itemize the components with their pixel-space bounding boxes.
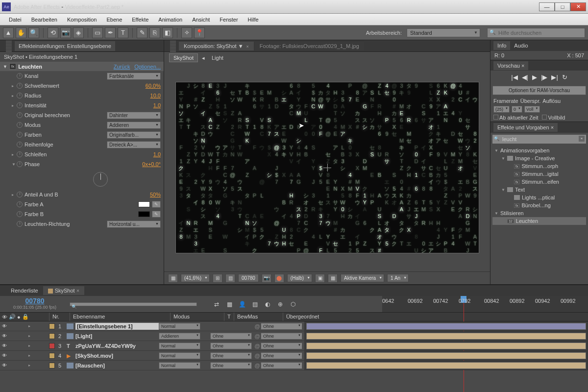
blend-mode-select[interactable]: Addieren — [159, 333, 200, 340]
stopwatch-icon[interactable] — [17, 122, 23, 128]
stopwatch-icon[interactable] — [17, 201, 23, 207]
layer-row[interactable]: 👁▸ 4 ▶ [SkyShot.mov] Normal Ohne @ Ohne — [0, 351, 588, 361]
layer-name[interactable]: [Einstellungsebene 1] — [75, 323, 159, 330]
prop-select[interactable]: Addieren — [107, 122, 161, 129]
eyedropper-icon[interactable]: ✎ — [152, 211, 161, 218]
comp-tab-active[interactable]: Komposition: SkyShot ▼× — [179, 42, 254, 50]
parent-pickwhip-icon[interactable]: @ — [254, 343, 261, 349]
track-matte-select[interactable]: Ohne — [210, 343, 252, 349]
layer-bar[interactable] — [306, 352, 586, 359]
clear-search-icon[interactable]: × — [579, 136, 585, 142]
clone-tool[interactable]: ⎘ — [149, 27, 160, 38]
stopwatch-icon[interactable] — [17, 142, 23, 147]
shy-icon[interactable]: 👤 — [237, 299, 247, 309]
layer-name[interactable]: [Rauschen] — [75, 363, 159, 368]
close-tab-icon[interactable]: × — [246, 44, 249, 49]
stopwatch-icon[interactable] — [17, 112, 23, 118]
solo-col-icon[interactable]: ● — [17, 314, 21, 320]
renderlist-tab[interactable]: Renderliste — [6, 286, 43, 295]
menu-bearbeiten[interactable]: Bearbeiten — [26, 15, 62, 24]
layer-color[interactable] — [49, 363, 55, 368]
options-link[interactable]: Optionen... — [134, 64, 161, 70]
twirl-icon[interactable]: ▸ — [28, 334, 33, 338]
fullscreen-checkbox[interactable] — [542, 115, 547, 120]
visibility-toggle[interactable]: 👁 — [2, 333, 8, 339]
reset-link[interactable]: Zurück — [114, 64, 130, 70]
video-col-icon[interactable]: 👁 — [2, 314, 7, 320]
roi-icon[interactable]: ▣ — [315, 274, 325, 283]
tree-item[interactable]: ▼Text — [492, 186, 586, 194]
prop-select[interactable]: Dahinter — [107, 112, 161, 119]
track-matte-select[interactable]: Ohne — [210, 362, 252, 369]
parent-select[interactable]: Ohne — [261, 333, 302, 340]
rotate-tool[interactable]: ⟲ — [48, 27, 58, 38]
breadcrumb-skyshot[interactable]: SkyShot — [169, 53, 198, 62]
visibility-toggle[interactable]: 👁 — [2, 323, 8, 329]
camera-tool[interactable]: 📷 — [60, 27, 71, 38]
stopwatch-icon[interactable] — [17, 132, 23, 138]
comp-tab-footage[interactable]: Footage: FullskiesOvercast0029_1_M.jpg — [255, 42, 364, 50]
parent-select[interactable]: Ohne — [261, 362, 302, 369]
layer-name[interactable]: [SkyShot.mov] — [75, 353, 159, 359]
twirl-icon[interactable]: ▸ — [28, 343, 33, 348]
zoom-tool[interactable]: 🔍 — [28, 27, 39, 38]
menu-effekte[interactable]: Effekte — [127, 15, 153, 24]
menu-ebene[interactable]: Ebene — [101, 15, 127, 24]
blend-mode-select[interactable]: Normal — [159, 352, 200, 359]
tree-item[interactable]: ▼Stilisieren — [492, 209, 586, 217]
composition-viewer[interactable]: ➤ エYNソエT F 1クKE93 イZ8 J P キT ZZ ス スタ S N… — [175, 82, 479, 253]
tree-item[interactable]: fxStimmun...eifen — [492, 178, 586, 186]
prop-value[interactable]: 50% — [150, 192, 161, 197]
tree-item[interactable]: fxBürobel...ng — [492, 201, 586, 209]
motion-blur-icon[interactable]: ◐ — [263, 299, 272, 309]
eraser-tool[interactable]: ◧ — [162, 27, 173, 38]
parent-select[interactable]: Ohne — [261, 343, 302, 349]
preview-tab[interactable]: Vorschau × — [493, 61, 528, 70]
res-select[interactable]: Voll — [524, 106, 540, 113]
ram-preview-button[interactable]: Optionen für RAM-Vorschau — [492, 86, 586, 95]
parent-pickwhip-icon[interactable]: @ — [254, 323, 261, 329]
roto-tool[interactable]: ✧ — [181, 27, 192, 38]
layer-bar[interactable] — [306, 362, 586, 369]
pen-tool[interactable]: ✒ — [105, 27, 116, 38]
tree-item[interactable]: fxStimmun...orph — [492, 162, 586, 170]
layer-bar[interactable] — [306, 343, 586, 349]
stopwatch-icon[interactable] — [17, 83, 23, 89]
menu-ansicht[interactable]: Ansicht — [187, 15, 215, 24]
track-matte-select[interactable]: Ohne — [210, 333, 252, 340]
layer-bar[interactable] — [306, 333, 586, 340]
hand-tool[interactable]: ✋ — [16, 27, 26, 38]
tree-item[interactable]: ▼Image - Creative — [492, 154, 586, 162]
parent-pickwhip-icon[interactable]: @ — [254, 353, 261, 359]
prop-select[interactable]: Horizontal u... — [107, 220, 161, 228]
tree-item[interactable]: ▼Animationsvorgaben — [492, 147, 586, 154]
menu-animation[interactable]: Animation — [153, 15, 187, 24]
prop-value[interactable]: 1,0 — [153, 102, 161, 108]
parent-pickwhip-icon[interactable]: @ — [254, 333, 261, 339]
stopwatch-icon[interactable] — [17, 192, 23, 197]
loop-button[interactable]: ↻ — [562, 74, 567, 81]
camera-select[interactable]: Aktive Kamera — [341, 274, 384, 282]
layer-row[interactable]: 👁▸ 3 T zPgUaYW...4Z4DeYW9y Normal Ohne @… — [0, 341, 588, 351]
from-current-checkbox[interactable] — [493, 115, 498, 120]
minimize-button[interactable]: — — [539, 2, 555, 11]
skip-select[interactable]: 0 — [512, 106, 522, 113]
eyedropper-icon[interactable]: ✎ — [152, 201, 161, 208]
layer-color[interactable] — [49, 333, 55, 339]
parent-pickwhip-icon[interactable]: @ — [254, 363, 261, 368]
track-matte-select[interactable]: Ohne — [210, 352, 252, 359]
layer-row[interactable]: 👁▸ 5 [Rauschen] Normal Ohne @ Ohne — [0, 361, 588, 370]
menu-fenster[interactable]: Fenster — [215, 15, 243, 24]
prop-select[interactable]: Dreieck A>... — [107, 141, 161, 148]
layer-row[interactable]: 👁▸ 2 [Light] Addieren Ohne @ Ohne — [0, 331, 588, 341]
prop-value[interactable]: 0x+0,0° — [142, 161, 161, 167]
close-button[interactable]: ✕ — [570, 2, 586, 11]
current-frame[interactable]: 00780 — [238, 274, 259, 282]
next-frame-button[interactable]: |▶ — [541, 74, 547, 81]
layer-name[interactable]: zPgUaYW...4Z4DeYW9y — [75, 343, 159, 349]
stopwatch-icon[interactable] — [17, 151, 23, 157]
timecode-display[interactable]: 00780 0:00:31:05 (25.00 fps) — [0, 296, 70, 312]
resolution-select[interactable]: (Halb) — [287, 274, 312, 282]
graph-editor-icon[interactable]: ⬡ — [288, 299, 298, 309]
layer-color[interactable] — [49, 323, 55, 329]
